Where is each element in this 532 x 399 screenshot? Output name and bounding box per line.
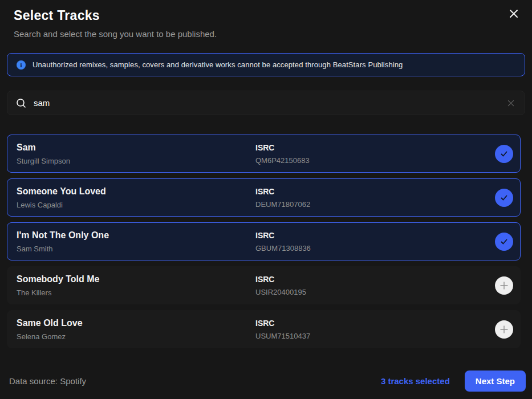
track-title: I'm Not The Only One bbox=[17, 230, 255, 241]
info-banner-text: Unauthorized remixes, samples, covers an… bbox=[33, 60, 403, 69]
clear-search-button[interactable] bbox=[505, 97, 517, 109]
track-toggle-button[interactable] bbox=[495, 145, 513, 163]
search-bar bbox=[7, 91, 525, 115]
track-row[interactable]: Sam Sturgill Simpson ISRC QM6P42150683 bbox=[7, 135, 521, 173]
plus-icon bbox=[499, 281, 509, 290]
track-row[interactable]: I'm Not The Only One Sam Smith ISRC GBUM… bbox=[7, 222, 521, 260]
track-row[interactable]: Somebody Told Me The Killers ISRC USIR20… bbox=[7, 266, 521, 304]
clear-icon bbox=[507, 100, 514, 107]
track-title: Somebody Told Me bbox=[17, 274, 255, 284]
check-icon bbox=[499, 193, 509, 202]
close-icon bbox=[508, 8, 519, 19]
isrc-value: USIR20400195 bbox=[255, 288, 495, 296]
track-isrc: ISRC USUM71510437 bbox=[255, 319, 495, 340]
track-toggle-button[interactable] bbox=[495, 276, 513, 295]
isrc-value: GBUM71308836 bbox=[255, 244, 495, 253]
modal-footer: Data source: Spotify 3 tracks selected N… bbox=[0, 370, 532, 392]
isrc-label: ISRC bbox=[255, 275, 495, 284]
track-artist: Sturgill Simpson bbox=[17, 157, 255, 165]
track-isrc: ISRC USIR20400195 bbox=[255, 275, 495, 296]
track-toggle-button[interactable] bbox=[495, 320, 513, 339]
track-isrc: ISRC QM6P42150683 bbox=[255, 143, 495, 165]
isrc-label: ISRC bbox=[255, 143, 495, 152]
search-icon bbox=[15, 97, 27, 109]
page-subtitle: Search and select the song you want to b… bbox=[14, 29, 518, 39]
check-icon bbox=[499, 149, 509, 158]
track-toggle-button[interactable] bbox=[495, 233, 513, 251]
isrc-label: ISRC bbox=[255, 319, 495, 328]
next-step-button[interactable]: Next Step bbox=[465, 370, 526, 392]
footer-right: 3 tracks selected Next Step bbox=[381, 370, 526, 392]
track-artist: Sam Smith bbox=[17, 245, 255, 253]
selection-summary: 3 tracks selected bbox=[381, 376, 450, 386]
info-banner: i Unauthorized remixes, samples, covers … bbox=[7, 53, 525, 76]
track-toggle-button[interactable] bbox=[495, 189, 513, 207]
track-info: Someone You Loved Lewis Capaldi bbox=[17, 186, 255, 209]
track-info: Sam Sturgill Simpson bbox=[17, 142, 255, 165]
check-icon bbox=[499, 237, 509, 246]
close-button[interactable] bbox=[506, 6, 522, 22]
isrc-label: ISRC bbox=[255, 187, 495, 196]
track-title: Same Old Love bbox=[17, 318, 255, 328]
track-title: Someone You Loved bbox=[17, 186, 255, 197]
modal-header: Select Tracks Search and select the song… bbox=[0, 0, 532, 39]
plus-icon bbox=[499, 325, 509, 334]
track-info: I'm Not The Only One Sam Smith bbox=[17, 230, 255, 253]
track-isrc: ISRC GBUM71308836 bbox=[255, 231, 495, 253]
track-artist: Lewis Capaldi bbox=[17, 201, 255, 209]
isrc-value: DEUM71807062 bbox=[255, 200, 495, 209]
page-title: Select Tracks bbox=[14, 8, 518, 23]
isrc-value: QM6P42150683 bbox=[255, 156, 495, 165]
track-artist: Selena Gomez bbox=[17, 332, 255, 341]
track-row[interactable]: Same Old Love Selena Gomez ISRC USUM7151… bbox=[7, 310, 521, 348]
isrc-label: ISRC bbox=[255, 231, 495, 240]
track-info: Same Old Love Selena Gomez bbox=[17, 318, 255, 341]
track-title: Sam bbox=[17, 142, 255, 153]
isrc-value: USUM71510437 bbox=[255, 332, 495, 340]
track-isrc: ISRC DEUM71807062 bbox=[255, 187, 495, 209]
search-input[interactable] bbox=[34, 98, 505, 108]
data-source-label: Data source: Spotify bbox=[9, 376, 86, 386]
track-artist: The Killers bbox=[17, 288, 255, 297]
track-info: Somebody Told Me The Killers bbox=[17, 274, 255, 297]
track-row[interactable]: Someone You Loved Lewis Capaldi ISRC DEU… bbox=[7, 178, 521, 217]
track-list: Sam Sturgill Simpson ISRC QM6P42150683 S… bbox=[7, 135, 521, 348]
info-icon: i bbox=[17, 60, 26, 70]
